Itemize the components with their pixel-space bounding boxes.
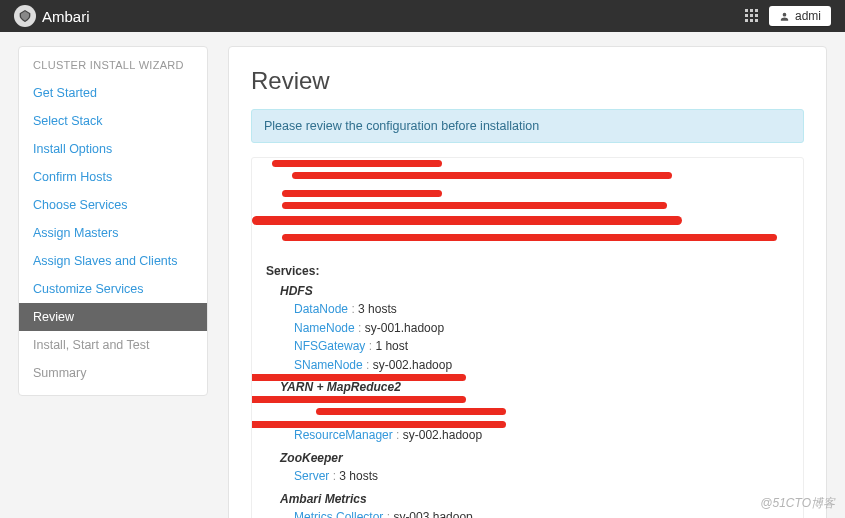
- svg-rect-8: [755, 19, 758, 22]
- service-component-line: ResourceManager : sy-002.hadoop: [294, 426, 789, 445]
- wizard-step[interactable]: Assign Slaves and Clients: [19, 247, 207, 275]
- component-value: sy-002.hadoop: [403, 428, 482, 442]
- admin-user-button[interactable]: admi: [769, 6, 831, 26]
- wizard-step[interactable]: Review: [19, 303, 207, 331]
- service-group-name: HDFS: [280, 284, 789, 298]
- redaction-bar: [251, 396, 466, 403]
- component-value: 3 hosts: [339, 469, 378, 483]
- redaction-bar: [282, 202, 667, 209]
- brand-label: Ambari: [42, 8, 90, 25]
- svg-rect-7: [750, 19, 753, 22]
- wizard-step: Summary: [19, 359, 207, 387]
- wizard-step[interactable]: Select Stack: [19, 107, 207, 135]
- wizard-step[interactable]: Assign Masters: [19, 219, 207, 247]
- main-panel: Review Please review the configuration b…: [228, 46, 827, 518]
- navbar-right: admi: [745, 6, 831, 26]
- brand[interactable]: Ambari: [14, 5, 90, 27]
- review-content: Services: HDFSDataNode : 3 hostsNameNode…: [251, 157, 804, 518]
- page-title: Review: [251, 67, 804, 95]
- service-component-line: SNameNode : sy-002.hadoop: [294, 356, 789, 375]
- redaction-bar: [282, 234, 777, 241]
- redaction-bar: [282, 190, 442, 197]
- review-alert: Please review the configuration before i…: [251, 109, 804, 143]
- component-link[interactable]: DataNode: [294, 302, 348, 316]
- component-link[interactable]: Metrics Collector: [294, 510, 383, 518]
- svg-rect-4: [750, 14, 753, 17]
- user-icon: [779, 11, 790, 22]
- component-value: sy-001.hadoop: [365, 321, 444, 335]
- wizard-step[interactable]: Customize Services: [19, 275, 207, 303]
- page-body: CLUSTER INSTALL WIZARD Get StartedSelect…: [0, 32, 845, 518]
- service-component-line: NFSGateway : 1 host: [294, 337, 789, 356]
- redaction-bar: [252, 216, 682, 225]
- wizard-sidebar: CLUSTER INSTALL WIZARD Get StartedSelect…: [18, 46, 208, 396]
- apps-grid-icon[interactable]: [745, 9, 759, 23]
- service-group-name: YARN + MapReduce2: [280, 380, 789, 394]
- component-value: 1 host: [375, 339, 408, 353]
- wizard-step[interactable]: Install Options: [19, 135, 207, 163]
- watermark: @51CTO博客: [760, 495, 835, 512]
- svg-rect-5: [755, 14, 758, 17]
- svg-rect-0: [745, 9, 748, 12]
- svg-rect-3: [745, 14, 748, 17]
- service-component-line: Metrics Collector : sy-003.hadoop: [294, 508, 789, 518]
- component-link[interactable]: SNameNode: [294, 358, 363, 372]
- component-link[interactable]: ResourceManager: [294, 428, 393, 442]
- component-link[interactable]: NFSGateway: [294, 339, 365, 353]
- service-component-line: NameNode : sy-001.hadoop: [294, 319, 789, 338]
- redaction-bar: [292, 172, 672, 179]
- top-navbar: Ambari admi: [0, 0, 845, 32]
- component-link[interactable]: Server: [294, 469, 329, 483]
- admin-label: admi: [795, 9, 821, 23]
- service-group-name: ZooKeeper: [280, 451, 789, 465]
- component-value: sy-002.hadoop: [373, 358, 452, 372]
- component-link[interactable]: NameNode: [294, 321, 355, 335]
- service-component-line: DataNode : 3 hosts: [294, 300, 789, 319]
- svg-rect-6: [745, 19, 748, 22]
- redaction-bar: [316, 408, 506, 415]
- wizard-step: Install, Start and Test: [19, 331, 207, 359]
- component-value: 3 hosts: [358, 302, 397, 316]
- svg-rect-1: [750, 9, 753, 12]
- ambari-logo-icon: [14, 5, 36, 27]
- service-component-line: Server : 3 hosts: [294, 467, 789, 486]
- redaction-bar: [251, 421, 506, 428]
- svg-rect-2: [755, 9, 758, 12]
- component-value: sy-003.hadoop: [393, 510, 472, 518]
- services-heading: Services:: [266, 264, 789, 278]
- sidebar-title: CLUSTER INSTALL WIZARD: [19, 47, 207, 79]
- wizard-step[interactable]: Get Started: [19, 79, 207, 107]
- wizard-step[interactable]: Confirm Hosts: [19, 163, 207, 191]
- redaction-bar: [251, 374, 466, 381]
- wizard-step[interactable]: Choose Services: [19, 191, 207, 219]
- redaction-bar: [272, 160, 442, 167]
- service-group-name: Ambari Metrics: [280, 492, 789, 506]
